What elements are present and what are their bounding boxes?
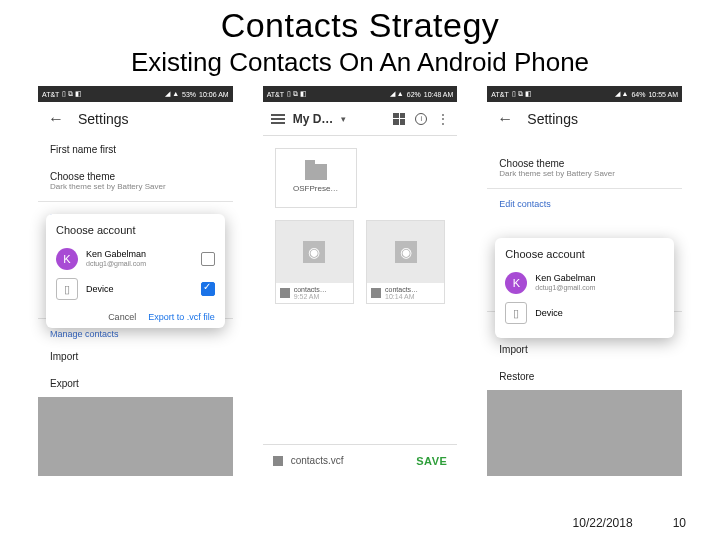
screenshot-import-contacts: AT&T ▯ ⧉ ◧ ◢ ▲ 64% 10:55 AM ← Settings C… [487,86,682,476]
setting-choose-theme[interactable]: Choose theme [487,150,682,169]
screenshot-google-drive: AT&T ▯ ⧉ ◧ ◢ ▲ 62% 10:48 AM My D… ▾ i ⋮ … [263,86,458,476]
slide-number: 10 [673,516,686,530]
device-label: Device [535,308,563,319]
folder-name: OSFPrese… [293,184,338,193]
overflow-menu-icon[interactable]: ⋮ [437,116,449,122]
contact-file-icon: ◉ [395,241,417,263]
choose-account-dialog: Choose account K Ken Gabelman dctug1@gma… [46,214,225,328]
carrier-label: AT&T [267,91,284,98]
account-name: Ken Gabelman [535,273,595,284]
save-filename-input[interactable]: contacts.vcf [291,455,344,466]
status-bar: AT&T ▯ ⧉ ◧ ◢ ▲ 53% 10:06 AM [38,86,233,102]
file-time: 10:14 AM [385,293,418,300]
carrier-label: AT&T [42,91,59,98]
theme-subtitle: Dark theme set by Battery Saver [38,182,233,199]
device-icon: ▯ [505,302,527,324]
dialog-title: Choose account [505,248,664,260]
choose-account-dialog: Choose account K Ken Gabelman dctug1@gma… [495,238,674,338]
setting-export[interactable]: Export [38,370,233,397]
checkbox-unchecked-icon[interactable] [201,252,215,266]
clock-label: 10:55 AM [648,91,678,98]
battery-label: 64% [631,91,645,98]
dialog-title: Choose account [56,224,215,236]
divider [38,201,233,202]
file-tile[interactable]: ◉ contacts… 10:14 AM [366,220,445,304]
account-name: Ken Gabelman [86,249,146,260]
app-bar: ← Settings [38,102,233,136]
battery-label: 53% [182,91,196,98]
account-option-google[interactable]: K Ken Gabelman dctug1@gmail.com [56,244,215,274]
account-email: dctug1@gmail.com [535,284,595,292]
carrier-label: AT&T [491,91,508,98]
app-bar: ← Settings [487,102,682,136]
save-button[interactable]: SAVE [416,455,447,467]
hamburger-menu-icon[interactable] [271,114,285,124]
contact-file-icon [280,288,290,298]
list-view-icon[interactable] [393,113,405,125]
battery-label: 62% [407,91,421,98]
status-icons: ▯ ⧉ ◧ [512,90,532,98]
slide-date: 10/22/2018 [573,516,633,530]
avatar: K [56,248,78,270]
setting-choose-theme[interactable]: Choose theme [38,163,233,182]
signal-icon: ◢ ▲ [165,90,179,98]
back-arrow-icon[interactable]: ← [48,110,64,128]
contact-file-icon: ◉ [303,241,325,263]
setting-import[interactable]: Import [487,336,682,363]
screenshot-export-contacts: AT&T ▯ ⧉ ◧ ◢ ▲ 53% 10:06 AM ← Settings F… [38,86,233,476]
cancel-button[interactable]: Cancel [108,312,136,322]
contact-file-icon [273,456,283,466]
signal-icon: ◢ ▲ [615,90,629,98]
divider [487,188,682,189]
chevron-down-icon[interactable]: ▾ [341,114,346,124]
save-bar: contacts.vcf SAVE [263,444,458,476]
account-option-device[interactable]: ▯ Device [56,274,215,304]
section-edit-contacts: Edit contacts [487,191,682,213]
slide-title: Contacts Strategy [0,6,720,45]
export-vcf-button[interactable]: Export to .vcf file [148,312,215,322]
account-email: dctug1@gmail.com [86,260,146,268]
folder-icon [305,164,327,180]
status-icons: ▯ ⧉ ◧ [287,90,307,98]
page-title: Settings [527,111,578,127]
account-option-google[interactable]: K Ken Gabelman dctug1@gmail.com [505,268,664,298]
avatar: K [505,272,527,294]
setting-import[interactable]: Import [38,343,233,370]
folder-tile[interactable]: OSFPrese… [275,148,357,208]
device-label: Device [86,284,114,295]
account-option-device[interactable]: ▯ Device [505,298,664,328]
drive-folder-dropdown[interactable]: My D… [293,112,334,126]
file-tile[interactable]: ◉ contacts… 9:52 AM [275,220,354,304]
slide-subtitle: Existing Contacts On An Android Phone [0,47,720,78]
drive-app-bar: My D… ▾ i ⋮ [263,102,458,136]
back-arrow-icon[interactable]: ← [497,110,513,128]
status-icons: ▯ ⧉ ◧ [62,90,82,98]
file-name: contacts… [385,286,418,293]
status-bar: AT&T ▯ ⧉ ◧ ◢ ▲ 64% 10:55 AM [487,86,682,102]
clock-label: 10:06 AM [199,91,229,98]
setting-sort-order[interactable]: First name first [38,136,233,163]
device-icon: ▯ [56,278,78,300]
file-time: 9:52 AM [294,293,327,300]
signal-icon: ◢ ▲ [390,90,404,98]
clock-label: 10:48 AM [424,91,454,98]
theme-subtitle: Dark theme set by Battery Saver [487,169,682,186]
status-bar: AT&T ▯ ⧉ ◧ ◢ ▲ 62% 10:48 AM [263,86,458,102]
file-name: contacts… [294,286,327,293]
contact-file-icon [371,288,381,298]
checkbox-checked-icon[interactable] [201,282,215,296]
info-icon[interactable]: i [415,113,427,125]
setting-restore[interactable]: Restore [487,363,682,390]
page-title: Settings [78,111,129,127]
